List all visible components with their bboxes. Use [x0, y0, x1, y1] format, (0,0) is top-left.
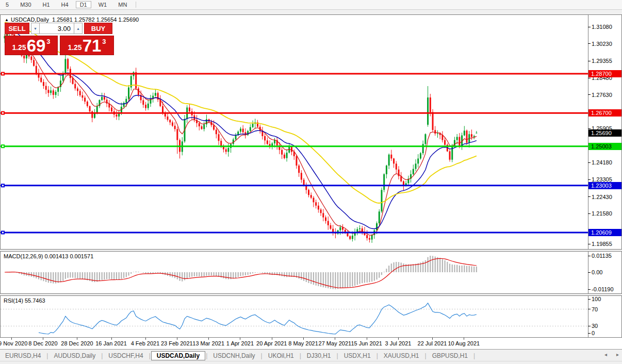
timeframe-button-h4[interactable]: H4 [57, 1, 73, 8]
price-axis-tick [588, 43, 591, 44]
sell-button[interactable]: SELL [5, 23, 29, 34]
chart-symbol-label: USDCAD,Daily [11, 16, 49, 23]
price-axis-tick-label: 1.22430 [592, 194, 612, 200]
date-axis-label: 22 Jul 2021 [418, 340, 447, 346]
chart-tab-usdx-h1[interactable]: USDX,H1 [339, 351, 376, 360]
rsi-axis-tick [588, 309, 591, 309]
tab-separator: | [425, 352, 427, 359]
date-axis-label: 13 Mar 2021 [192, 340, 224, 346]
timeframe-button-w1[interactable]: W1 [94, 1, 111, 8]
buy-button[interactable]: BUY [84, 23, 112, 34]
volume-increase-button[interactable]: ▴ [74, 23, 83, 34]
chart-tab-eurusd-h4[interactable]: EURUSD,H4 [0, 351, 46, 360]
spin-down-icon: ▾ [34, 26, 36, 31]
price-axis-tick-label: 1.24180 [592, 160, 612, 166]
macd-label: MACD(12,26,9) 0.001413 0.001571 [4, 253, 93, 259]
volume-input[interactable]: 3.00 [40, 23, 74, 34]
date-axis-label: 8 May 2021 [288, 340, 318, 346]
rsi-axis-tick [588, 299, 591, 300]
date-axis-tick [145, 338, 146, 340]
date-axis-tick [272, 338, 272, 340]
price-axis-tick [588, 78, 591, 78]
tab-scroll-left-icon[interactable]: ◂ [604, 352, 607, 357]
collapse-triangle-icon[interactable]: ▲ [5, 18, 9, 22]
date-axis-tick [77, 338, 77, 340]
tab-separator: | [206, 352, 207, 359]
level-price-tag: 1.23003 [588, 182, 621, 189]
chart-tab-gbpusd-h1[interactable]: GBPUSD,H1 [427, 351, 473, 360]
date-axis-tick [11, 338, 12, 340]
tab-separator: | [101, 352, 103, 359]
candlestick-series [4, 26, 478, 243]
date-axis-tick [111, 338, 112, 340]
date-axis-tick [335, 338, 335, 340]
rsi-line [39, 303, 477, 334]
date-axis-tick [208, 338, 209, 340]
chart-ohlc-values: 1.25681 1.25782 1.25654 1.25690 [52, 16, 139, 23]
chart-tab-ukoil-h1[interactable]: UKOil,H1 [263, 351, 299, 360]
rsi-indicator-pane[interactable]: RSI(14) 55.7463 10070300 [0, 295, 622, 338]
date-axis-label: 15 Jun 2021 [351, 340, 382, 346]
current-price-tag: 1.25690 [588, 129, 621, 137]
date-axis-tick [464, 338, 464, 340]
date-axis-label: 10 Aug 2021 [448, 340, 480, 346]
price-chart-pane[interactable]: ▲USDCAD,Daily 1.25681 1.25782 1.25654 1.… [0, 14, 622, 250]
date-axis-label: 23 Feb 2021 [161, 340, 193, 346]
macd-axis-tick-label: 0.01135 [592, 253, 612, 259]
date-axis-tick [303, 338, 304, 340]
date-axis-label: 8 Dec 2020 [28, 340, 57, 346]
status-bar [0, 361, 622, 364]
price-axis-tick-label: 1.31080 [592, 24, 612, 30]
price-axis-tick [588, 27, 591, 27]
price-axis-tick-label: 1.19855 [592, 241, 612, 247]
date-axis-label: 16 Jan 2021 [95, 340, 127, 346]
date-axis-label: 20 Apr 2021 [256, 340, 287, 346]
chart-tab-usdchf-h4[interactable]: USDCHF,H4 [103, 351, 148, 360]
date-axis-label: 27 May 2021 [319, 340, 352, 346]
tab-separator: | [261, 352, 263, 359]
chart-tab-usdcnh-daily[interactable]: USDCNH,Daily [208, 351, 260, 360]
rsi-axis-tick-label: 100 [592, 296, 601, 302]
one-click-trade-panel: SELL ▾ 3.00 ▴ BUY 1.25 69 3 1.25 71 3 [5, 23, 114, 55]
date-axis-label: 3 Jul 2021 [385, 340, 412, 346]
date-axis[interactable]: 19 Nov 20208 Dec 202028 Dec 202016 Jan 2… [0, 338, 622, 349]
macd-histogram [5, 256, 477, 289]
timeframe-button-5[interactable]: 5 [2, 1, 13, 8]
buy-price-box[interactable]: 1.25 71 3 [60, 36, 114, 55]
sell-price-box[interactable]: 1.25 69 3 [5, 36, 58, 55]
tab-scroll-right-icon[interactable]: ▸ [616, 352, 619, 357]
price-axis-tick-label: 1.29355 [592, 58, 612, 64]
chart-title: ▲USDCAD,Daily 1.25681 1.25782 1.25654 1.… [5, 16, 139, 23]
timeframe-button-h1[interactable]: H1 [39, 1, 54, 8]
chart-tab-audusd-daily[interactable]: AUDUSD,Daily [48, 351, 101, 360]
chart-tab-usdcad-daily[interactable]: USDCAD,Daily [151, 351, 205, 360]
tab-separator: | [337, 352, 338, 359]
macd-axis-tick [588, 256, 591, 256]
price-axis-tick [588, 61, 591, 61]
tab-separator: | [473, 352, 475, 359]
tab-separator: | [377, 352, 378, 359]
sell-price-small: 1.25 [12, 43, 26, 52]
sell-price-big: 69 [27, 38, 46, 54]
price-axis-tick [588, 162, 591, 163]
volume-decrease-button[interactable]: ▾ [31, 23, 40, 34]
buy-price-small: 1.25 [68, 43, 81, 52]
timeframe-button-d1[interactable]: D1 [76, 1, 91, 8]
level-price-tag: 1.20609 [588, 229, 621, 236]
price-axis-tick-label: 1.30230 [592, 41, 612, 47]
tab-separator: | [149, 352, 151, 359]
chart-tab-dj30-h1[interactable]: DJ30,H1 [302, 351, 336, 360]
macd-axis-tick [588, 272, 591, 273]
rsi-axis-tick-label: 0 [592, 330, 595, 336]
timeframe-button-m30[interactable]: M30 [16, 1, 35, 8]
price-axis-tick [588, 213, 591, 214]
macd-indicator-pane[interactable]: MACD(12,26,9) 0.001413 0.001571 0.011350… [0, 251, 622, 294]
date-axis-tick [43, 338, 43, 340]
chart-tab-xauusd-h1[interactable]: XAUUSD,H1 [379, 351, 424, 360]
timeframe-button-mn[interactable]: MN [114, 1, 131, 8]
date-axis-tick [177, 338, 177, 340]
level-price-tag: 1.25003 [588, 143, 621, 150]
rsi-axis-tick [588, 326, 591, 326]
price-axis-tick [588, 179, 591, 180]
chart-tab-bar: EURUSD,H4|AUDUSD,Daily|USDCHF,H4|USDCAD,… [0, 349, 622, 361]
